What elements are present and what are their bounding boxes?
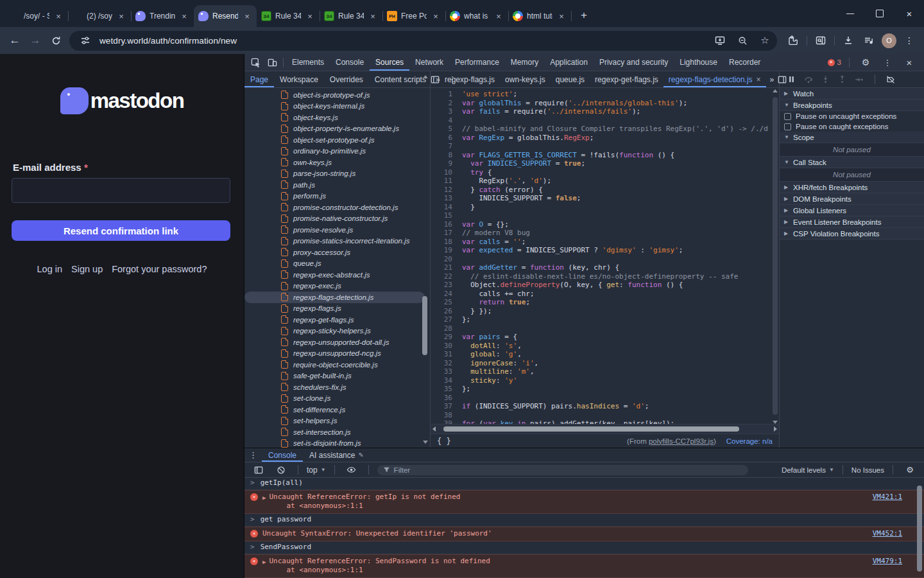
section-header-csp-violation-breakpoints[interactable]: ▶CSP Violation Breakpoints xyxy=(780,228,924,240)
line-number[interactable]: 20 xyxy=(431,255,462,264)
inspect-element-icon[interactable] xyxy=(247,55,264,69)
extensions-icon[interactable] xyxy=(783,31,803,50)
file-tree-item[interactable]: object-is-prototype-of.js xyxy=(244,89,430,101)
context-selector[interactable]: top▼ xyxy=(307,466,326,475)
scrollbar-thumb[interactable] xyxy=(422,296,427,355)
editor-tab[interactable]: own-keys.js xyxy=(500,71,551,87)
line-number[interactable]: 23 xyxy=(431,281,462,290)
line-number[interactable]: 7 xyxy=(431,142,462,151)
step-into-icon[interactable] xyxy=(821,75,830,83)
section-header-event-listener-breakpoints[interactable]: ▶Event Listener Breakpoints xyxy=(780,216,924,228)
file-tree-item[interactable]: path.js xyxy=(244,179,430,191)
email-field[interactable] xyxy=(12,178,230,203)
browser-tab[interactable]: /soy/ - Soyja× xyxy=(5,5,68,27)
file-tree-item[interactable]: regexp-exec.js xyxy=(244,281,430,292)
line-number[interactable]: 27 xyxy=(431,315,462,324)
scroll-left-icon[interactable] xyxy=(432,426,436,432)
file-tree-item[interactable]: queue.js xyxy=(244,258,430,270)
site-settings-icon[interactable] xyxy=(77,32,94,49)
line-number[interactable]: 6 xyxy=(431,134,462,143)
devtools-close-icon[interactable]: × xyxy=(901,55,918,69)
file-tree-item[interactable]: perform.js xyxy=(244,191,430,202)
section-header-global-listeners[interactable]: ▶Global Listeners xyxy=(780,205,924,216)
line-number[interactable]: 9 xyxy=(431,159,462,168)
scroll-up-icon[interactable] xyxy=(423,75,428,78)
section-header-xhr-fetch-breakpoints[interactable]: ▶XHR/fetch Breakpoints xyxy=(780,182,924,193)
browser-tab[interactable]: 34Rule 34 - 2b× xyxy=(320,5,382,27)
code-viewer[interactable]: 1'use strict';2var globalThis = require(… xyxy=(431,88,779,424)
line-number[interactable]: 25 xyxy=(431,298,462,307)
file-tree-item[interactable]: object-property-is-enumerable.js xyxy=(244,123,430,135)
devtools-tab-console[interactable]: Console xyxy=(330,54,370,71)
pretty-print-icon[interactable]: { } xyxy=(437,437,451,446)
editor-tab[interactable]: regexp-flags-detection.js× xyxy=(663,71,766,87)
log-in-link[interactable]: Log in xyxy=(37,264,63,274)
line-number[interactable]: 34 xyxy=(431,376,462,385)
navigator-tab-page[interactable]: Page xyxy=(244,71,274,87)
line-number[interactable]: 4 xyxy=(431,116,462,125)
file-tree-item[interactable]: schedulers-fix.js xyxy=(244,381,430,393)
tab-close-icon[interactable]: × xyxy=(556,11,567,21)
line-number[interactable]: 39 xyxy=(431,419,462,424)
toggle-debugger-sidebar-icon[interactable] xyxy=(778,73,787,87)
issues-counter[interactable]: No Issues xyxy=(851,466,884,474)
line-number[interactable]: 1 xyxy=(431,90,462,99)
scroll-up-icon[interactable] xyxy=(773,89,778,92)
line-number[interactable]: 2 xyxy=(431,99,462,108)
line-number[interactable]: 12 xyxy=(431,186,462,195)
line-number[interactable]: 15 xyxy=(431,211,462,220)
line-number[interactable]: 17 xyxy=(431,229,462,238)
file-tree-item[interactable]: ordinary-to-primitive.js xyxy=(244,146,430,157)
browser-tab[interactable]: what is css -× xyxy=(445,5,508,27)
browser-tab[interactable]: PHFree Porn Vi× xyxy=(382,5,445,27)
forgot-password-link[interactable]: Forgot your password? xyxy=(112,264,207,274)
expand-caret-icon[interactable]: ▶ xyxy=(262,557,266,566)
console-settings-gear-icon[interactable]: ⚙ xyxy=(902,463,918,477)
line-number[interactable]: 31 xyxy=(431,350,462,359)
devtools-tab-memory[interactable]: Memory xyxy=(505,54,544,71)
device-toolbar-icon[interactable] xyxy=(264,55,280,69)
section-header-dom-breakpoints[interactable]: ▶DOM Breakpoints xyxy=(780,193,924,205)
line-number[interactable]: 14 xyxy=(431,203,462,212)
line-number[interactable]: 21 xyxy=(431,263,462,272)
line-number[interactable]: 18 xyxy=(431,238,462,247)
line-number[interactable]: 19 xyxy=(431,246,462,255)
tab-close-icon[interactable]: × xyxy=(431,11,441,21)
browser-tab[interactable]: html tutoria× xyxy=(508,5,571,27)
line-number[interactable]: 24 xyxy=(431,290,462,299)
line-number[interactable]: 8 xyxy=(431,151,462,160)
devtools-tab-lighthouse[interactable]: Lighthouse xyxy=(674,54,723,71)
line-number[interactable]: 29 xyxy=(431,333,462,342)
more-editor-tabs-icon[interactable]: » xyxy=(766,75,778,84)
file-tree-item[interactable]: regexp-unsupported-dot-all.js xyxy=(244,337,430,348)
section-header-scope[interactable]: ▼Scope xyxy=(780,132,924,143)
step-over-icon[interactable] xyxy=(804,75,813,84)
file-tree-item[interactable]: set-is-disjoint-from.js xyxy=(244,438,430,448)
line-number[interactable]: 28 xyxy=(431,324,462,333)
editor-vertical-scrollbar[interactable] xyxy=(771,89,779,424)
file-tree-scrollbar[interactable] xyxy=(422,75,429,444)
browser-menu-icon[interactable]: ⋮ xyxy=(900,31,919,50)
install-app-icon[interactable] xyxy=(712,32,728,49)
file-tree-item[interactable]: promise-constructor-detection.js xyxy=(244,202,430,213)
file-tree-item[interactable]: promise-resolve.js xyxy=(244,224,430,236)
section-header-watch[interactable]: ▶Watch xyxy=(780,88,924,100)
line-number[interactable]: 22 xyxy=(431,272,462,281)
deactivate-breakpoints-icon[interactable] xyxy=(886,75,895,84)
url-text[interactable]: wetdry.world/auth/confirmation/new xyxy=(99,36,706,46)
close-window-icon[interactable]: × xyxy=(894,0,924,27)
file-tree-item[interactable]: regexp-unsupported-ncg.js xyxy=(244,348,430,360)
editor-tab[interactable]: regexp-get-flags.js xyxy=(590,71,663,87)
drawer-menu-icon[interactable]: ⋮ xyxy=(244,450,262,460)
devtools-tab-recorder[interactable]: Recorder xyxy=(723,54,766,71)
file-tree-item[interactable]: object-keys-internal.js xyxy=(244,101,430,112)
file-tree-item[interactable]: set-helpers.js xyxy=(244,416,430,427)
forward-icon[interactable]: → xyxy=(26,31,45,50)
source-origin-link[interactable]: polyfills-CC7pl93r.js xyxy=(649,437,714,445)
zoom-search-icon[interactable] xyxy=(734,32,751,49)
line-number[interactable]: 30 xyxy=(431,342,462,351)
line-number[interactable]: 5 xyxy=(431,125,462,134)
clear-console-icon[interactable] xyxy=(273,463,289,477)
log-levels-dropdown[interactable]: Default levels▼ xyxy=(782,466,834,474)
devtools-menu-icon[interactable]: ⋮ xyxy=(879,55,896,69)
